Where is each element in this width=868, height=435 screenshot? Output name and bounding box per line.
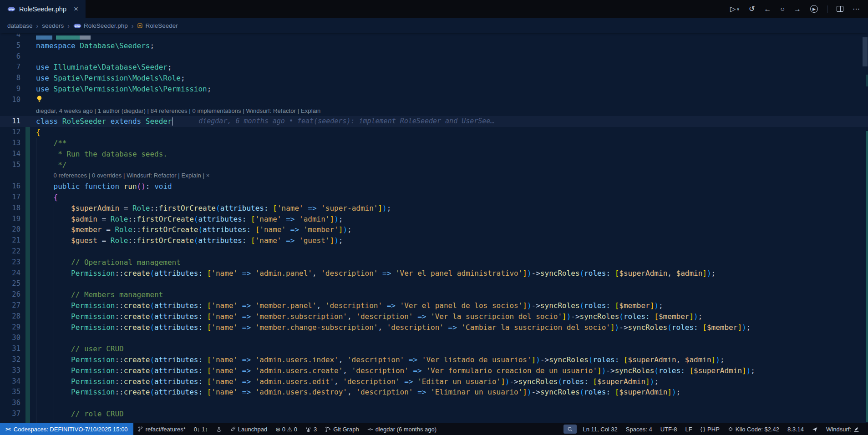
code-line[interactable]: 13 /**	[0, 138, 868, 149]
lightbulb-icon[interactable]	[36, 95, 43, 106]
code-line[interactable]: 19 $admin = Role::firstOrCreate(attribut…	[0, 214, 868, 225]
branch-status[interactable]: refact/features*	[133, 423, 190, 435]
code-line[interactable]: 30	[0, 333, 868, 344]
codelens-row[interactable]: 0 references | 0 overrides | Windsurf: R…	[0, 170, 868, 181]
forward-icon[interactable]: →	[794, 5, 801, 13]
line-number[interactable]: 14	[0, 149, 30, 160]
code-line[interactable]: 29 Permission::create(attributes: ['name…	[0, 322, 868, 333]
line-number[interactable]: 9	[0, 84, 30, 95]
code-line[interactable]: 26 // Members management	[0, 289, 868, 300]
breadcrumb-item-class[interactable]: RoleSeeder	[137, 22, 178, 29]
line-number[interactable]: 20	[0, 224, 30, 235]
code-line[interactable]: 12{	[0, 127, 868, 138]
line-number[interactable]: 21	[0, 235, 30, 246]
line-number[interactable]: 19	[0, 214, 30, 225]
code-line[interactable]: 11class RoleSeeder extends Seederdiegdar…	[0, 116, 868, 127]
indentation[interactable]: Spaces: 4	[622, 423, 656, 435]
line-number[interactable]: 31	[0, 344, 30, 354]
windsurf-status[interactable]: Windsurf:	[822, 423, 863, 435]
line-number[interactable]: 23	[0, 257, 30, 268]
code-line[interactable]: 4	[0, 34, 868, 40]
php-version[interactable]: 8.3.14	[783, 423, 808, 435]
more-actions-icon[interactable]: ⋯	[853, 5, 860, 13]
run-dropdown-button[interactable]: ▷∨	[730, 5, 740, 13]
line-number[interactable]: 28	[0, 311, 30, 322]
line-number[interactable]: 24	[0, 268, 30, 279]
line-number[interactable]: 13	[0, 138, 30, 149]
code-line[interactable]: 36	[0, 398, 868, 409]
split-editor-icon[interactable]	[837, 6, 843, 12]
code-line[interactable]: 35 Permission::create(attributes: ['name…	[0, 387, 868, 398]
line-number[interactable]: 15	[0, 160, 30, 171]
code-line[interactable]: 21 $guest = Role::firstOrCreate(attribut…	[0, 235, 868, 246]
tab-roleseeder[interactable]: php RoleSeeder.php ×	[0, 0, 86, 18]
run-circle-icon[interactable]: ▶	[810, 5, 818, 13]
code-line[interactable]: 22	[0, 246, 868, 257]
commit-info[interactable]: diegdar (6 months ago)	[363, 423, 441, 435]
code-line[interactable]: 20 $member = Role::firstOrCreate(attribu…	[0, 224, 868, 235]
code-line[interactable]: 7use Illuminate\Database\Seeder;	[0, 62, 868, 73]
line-number[interactable]: 10	[0, 95, 30, 106]
line-number[interactable]: 8	[0, 73, 30, 84]
line-number[interactable]: 32	[0, 354, 30, 365]
history-icon[interactable]: ↺	[749, 5, 755, 13]
plane-status[interactable]	[808, 423, 822, 435]
code-line[interactable]: 33 Permission::create(attributes: ['name…	[0, 365, 868, 376]
code-line[interactable]: 5namespace Database\Seeders;	[0, 40, 868, 51]
line-number[interactable]: 30	[0, 333, 30, 344]
line-number[interactable]: 35	[0, 387, 30, 398]
line-number[interactable]: 25	[0, 278, 30, 289]
line-number[interactable]: 29	[0, 322, 30, 333]
code-line[interactable]: 14 * Run the database seeds.	[0, 149, 868, 160]
line-number[interactable]: 33	[0, 365, 30, 376]
line-number[interactable]: 6	[0, 51, 30, 62]
problems[interactable]: ⊗ 0 ⚠ 0	[271, 423, 301, 435]
code-line[interactable]: 9use Spatie\Permission\Models\Permission…	[0, 84, 868, 95]
code-line[interactable]: 18 $superAdmin = Role::firstOrCreate(att…	[0, 203, 868, 214]
line-number[interactable]: 36	[0, 398, 30, 409]
code-line[interactable]: 34 Permission::create(attributes: ['name…	[0, 376, 868, 387]
line-number[interactable]: 37	[0, 409, 30, 420]
breadcrumb-item-database[interactable]: database	[7, 22, 33, 29]
line-number[interactable]: 26	[0, 289, 30, 300]
code-line[interactable]: 27 Permission::create(attributes: ['name…	[0, 300, 868, 311]
line-number[interactable]: 27	[0, 300, 30, 311]
code-line[interactable]: 24 Permission::create(attributes: ['name…	[0, 268, 868, 279]
code-line[interactable]: 6	[0, 51, 868, 62]
line-number[interactable]: 12	[0, 127, 30, 138]
editor[interactable]: 45namespace Database\Seeders;67use Illum…	[0, 34, 868, 423]
git-graph[interactable]: Git Graph	[321, 423, 363, 435]
code-line[interactable]: 10	[0, 95, 868, 106]
breadcrumb-item-file[interactable]: php RoleSeeder.php	[73, 22, 128, 29]
code-line[interactable]: 28 Permission::create(attributes: ['name…	[0, 311, 868, 322]
remote-indicator[interactable]: >< Codespaces: DEFINITIVO-7/10/2025 15:0…	[0, 423, 133, 435]
code-line[interactable]: 37 // role CRUD	[0, 409, 868, 420]
line-number[interactable]: 4	[0, 34, 30, 40]
line-number[interactable]: 34	[0, 376, 30, 387]
line-number[interactable]: 7	[0, 62, 30, 73]
close-tab-icon[interactable]: ×	[74, 5, 78, 13]
code-line[interactable]: 8use Spatie\Permission\Models\Role;	[0, 73, 868, 84]
code-line[interactable]: 32 Permission::create(attributes: ['name…	[0, 354, 868, 365]
eol[interactable]: LF	[681, 423, 696, 435]
ports-forwarded[interactable]: 3	[301, 423, 321, 435]
code-line[interactable]: 23 // Operational management	[0, 257, 868, 268]
code-line[interactable]: 31 // user CRUD	[0, 344, 868, 354]
encoding[interactable]: UTF-8	[656, 423, 681, 435]
record-icon[interactable]: ○	[780, 5, 785, 13]
launchpad[interactable]: Launchpad	[226, 423, 271, 435]
language-mode[interactable]: { }PHP	[696, 423, 724, 435]
breadcrumb-item-seeders[interactable]: seeders	[42, 22, 64, 29]
back-icon[interactable]: ←	[764, 5, 771, 13]
line-number[interactable]: 17	[0, 192, 30, 203]
code-line[interactable]: 15 */	[0, 160, 868, 171]
line-number[interactable]: 22	[0, 246, 30, 257]
flask-status[interactable]	[212, 423, 226, 435]
sync-status[interactable]: 0↓ 1↑	[190, 423, 212, 435]
line-number[interactable]: 18	[0, 203, 30, 214]
cursor-position[interactable]: Ln 11, Col 32	[579, 423, 621, 435]
code-line[interactable]: 25	[0, 278, 868, 289]
line-number[interactable]: 5	[0, 40, 30, 51]
codelens-text[interactable]: 0 references | 0 overrides | Windsurf: R…	[54, 170, 210, 181]
code-line[interactable]	[0, 420, 868, 423]
